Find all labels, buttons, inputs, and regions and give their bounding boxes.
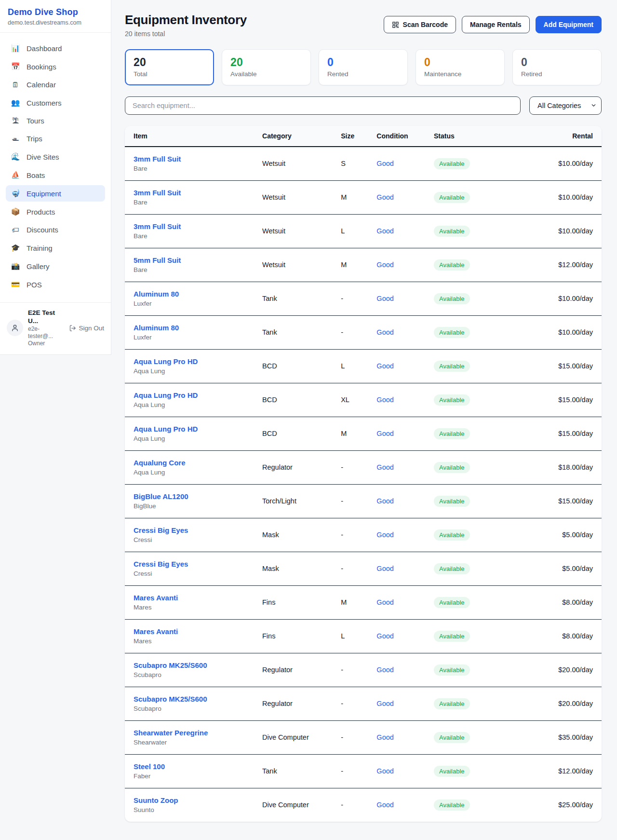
condition-link[interactable]: Good	[376, 531, 393, 539]
condition-link[interactable]: Good	[376, 733, 393, 741]
package-icon: 📦	[11, 207, 20, 216]
sidebar-item-gallery[interactable]: 📸 Gallery	[6, 258, 105, 274]
scan-barcode-button[interactable]: Scan Barcode	[384, 16, 456, 33]
stat-label: Retired	[521, 70, 593, 78]
user-name: E2E Test U...	[28, 309, 64, 325]
stat-card-retired[interactable]: 0 Retired	[512, 49, 602, 85]
item-brand: BigBlue	[134, 502, 246, 510]
col-header-condition: Condition	[368, 126, 425, 147]
table-row: Cressi Big Eyes Cressi Mask - Good Avail…	[125, 552, 602, 585]
item-rental: $15.00/day	[501, 349, 602, 383]
sidebar-item-customers[interactable]: 👥 Customers	[6, 95, 105, 111]
sidebar-item-pos[interactable]: 💳 POS	[6, 276, 105, 293]
table-row: Mares Avanti Mares Fins M Good Available…	[125, 585, 602, 619]
item-rental: $5.00/day	[501, 552, 602, 585]
manage-rentals-button[interactable]: Manage Rentals	[462, 16, 530, 33]
stat-card-available[interactable]: 20 Available	[222, 49, 311, 85]
item-brand: Scubapro	[134, 705, 246, 712]
item-name-link[interactable]: Aqua Lung Pro HD	[134, 425, 198, 433]
table-row: Cressi Big Eyes Cressi Mask - Good Avail…	[125, 518, 602, 552]
item-name-link[interactable]: BigBlue AL1200	[134, 492, 188, 501]
sidebar-item-dashboard[interactable]: 📊 Dashboard	[6, 40, 105, 56]
search-input[interactable]	[125, 96, 521, 115]
item-name-link[interactable]: Suunto Zoop	[134, 796, 178, 804]
condition-link[interactable]: Good	[376, 193, 393, 201]
status-badge: Available	[434, 259, 470, 271]
sidebar-nav: 📊 Dashboard 📅 Bookings 🗓 Calendar 👥 Cust…	[0, 33, 111, 299]
item-name-link[interactable]: Aqua Lung Pro HD	[134, 391, 198, 399]
sidebar-item-training[interactable]: 🎓 Training	[6, 240, 105, 256]
item-name-link[interactable]: Scubapro MK25/S600	[134, 661, 207, 669]
sidebar-item-calendar[interactable]: 🗓 Calendar	[6, 77, 105, 93]
item-category: Regulator	[254, 653, 332, 687]
sidebar: Demo Dive Shop demo.test.divestreams.com…	[0, 0, 111, 355]
item-size: -	[332, 653, 368, 687]
item-name-link[interactable]: 3mm Full Suit	[134, 189, 181, 197]
condition-link[interactable]: Good	[376, 632, 393, 640]
condition-link[interactable]: Good	[376, 430, 393, 437]
condition-link[interactable]: Good	[376, 328, 393, 336]
status-badge: Available	[434, 496, 470, 507]
condition-link[interactable]: Good	[376, 295, 393, 302]
sidebar-item-trips[interactable]: 🛥 Trips	[6, 131, 105, 147]
condition-link[interactable]: Good	[376, 497, 393, 505]
condition-link[interactable]: Good	[376, 227, 393, 235]
item-name-link[interactable]: Aluminum 80	[134, 324, 179, 332]
sidebar-item-equipment[interactable]: 🤿 Equipment	[6, 185, 105, 202]
category-select[interactable]: All Categories	[529, 96, 602, 115]
item-name-link[interactable]: Aqualung Core	[134, 459, 186, 467]
camera-icon: 📸	[11, 262, 20, 271]
brand-domain: demo.test.divestreams.com	[8, 19, 103, 26]
item-name-link[interactable]: 3mm Full Suit	[134, 222, 181, 230]
add-equipment-label: Add Equipment	[544, 21, 593, 28]
item-name-link[interactable]: Mares Avanti	[134, 627, 178, 636]
sidebar-item-discounts[interactable]: 🏷 Discounts	[6, 222, 105, 238]
condition-link[interactable]: Good	[376, 666, 393, 674]
stat-card-maintenance[interactable]: 0 Maintenance	[416, 49, 505, 85]
condition-link[interactable]: Good	[376, 801, 393, 809]
condition-link[interactable]: Good	[376, 767, 393, 775]
condition-link[interactable]: Good	[376, 565, 393, 572]
sign-out-button[interactable]: Sign Out	[69, 325, 104, 332]
status-badge: Available	[434, 664, 470, 676]
condition-link[interactable]: Good	[376, 362, 393, 370]
add-equipment-button[interactable]: Add Equipment	[536, 16, 602, 33]
item-category: Fins	[254, 619, 332, 653]
stat-card-rented[interactable]: 0 Rented	[319, 49, 408, 85]
avatar	[7, 320, 23, 336]
item-name-link[interactable]: Cressi Big Eyes	[134, 526, 188, 534]
status-badge: Available	[434, 293, 470, 304]
condition-link[interactable]: Good	[376, 261, 393, 269]
condition-link[interactable]: Good	[376, 598, 393, 606]
table-row: Aqua Lung Pro HD Aqua Lung BCD M Good Av…	[125, 417, 602, 450]
sidebar-item-products[interactable]: 📦 Products	[6, 203, 105, 220]
item-name-link[interactable]: 3mm Full Suit	[134, 155, 181, 163]
condition-link[interactable]: Good	[376, 700, 393, 707]
condition-link[interactable]: Good	[376, 396, 393, 404]
sidebar-item-tours[interactable]: 🏝 Tours	[6, 113, 105, 129]
sidebar-item-boats[interactable]: ⛵ Boats	[6, 167, 105, 183]
condition-link[interactable]: Good	[376, 160, 393, 167]
item-name-link[interactable]: Aqua Lung Pro HD	[134, 357, 198, 366]
equipment-table: Item Category Size Condition Status Rent…	[125, 126, 602, 822]
sidebar-item-label: Trips	[27, 135, 42, 143]
stat-card-total[interactable]: 20 Total	[125, 49, 214, 85]
table-row: 3mm Full Suit Bare Wetsuit L Good Availa…	[125, 214, 602, 248]
item-name-link[interactable]: Cressi Big Eyes	[134, 560, 188, 568]
item-name-link[interactable]: Shearwater Peregrine	[134, 729, 208, 737]
item-name-link[interactable]: Mares Avanti	[134, 594, 178, 602]
condition-link[interactable]: Good	[376, 463, 393, 471]
item-name-link[interactable]: 5mm Full Suit	[134, 256, 181, 264]
item-size: -	[332, 788, 368, 822]
table-row: Aqua Lung Pro HD Aqua Lung BCD XL Good A…	[125, 383, 602, 417]
item-name-link[interactable]: Steel 100	[134, 762, 165, 771]
table-row: Steel 100 Faber Tank - Good Available $1…	[125, 754, 602, 788]
sidebar-item-dive-sites[interactable]: 🌊 Dive Sites	[6, 149, 105, 165]
item-category: BCD	[254, 417, 332, 450]
item-name-link[interactable]: Aluminum 80	[134, 290, 179, 298]
sidebar-item-bookings[interactable]: 📅 Bookings	[6, 58, 105, 75]
item-name-link[interactable]: Scubapro MK25/S600	[134, 695, 207, 703]
item-category: Tank	[254, 754, 332, 788]
item-brand: Aqua Lung	[134, 401, 246, 408]
sidebar-item-label: Calendar	[27, 81, 56, 89]
